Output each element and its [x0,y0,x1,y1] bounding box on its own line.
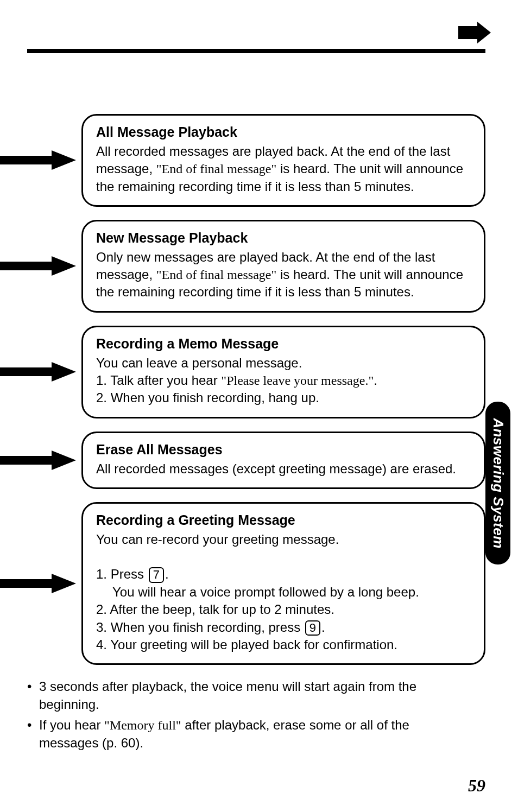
svg-marker-3 [0,362,76,382]
svg-marker-1 [0,150,76,170]
box-body: All recorded messages (except greeting m… [96,460,471,478]
page-number: 59 [468,776,485,796]
info-box-new-message-playback: New Message Playback Only new messages a… [81,220,485,313]
next-page-arrow-icon [458,22,491,46]
box-body: You can re-record your greeting message.… [96,531,471,654]
section-tab: Answering System [485,402,510,564]
notes-list: • 3 seconds after playback, the voice me… [27,678,442,752]
list-item: • If you hear "Memory full" after playba… [27,716,442,752]
info-box-recording-memo: Recording a Memo Message You can leave a… [81,326,485,418]
manual-page: Answering System All Message Playback Al… [0,0,518,812]
box-body: Only new messages are played back. At th… [96,249,471,301]
pointer-arrow-icon [0,449,81,471]
box-row: Recording a Memo Message You can leave a… [0,326,485,418]
content-area: All Message Playback All recorded messag… [0,114,485,755]
pointer-arrow-icon [0,573,81,594]
list-item: • 3 seconds after playback, the voice me… [27,678,442,713]
box-row: Recording a Greeting Message You can re-… [0,502,485,665]
svg-marker-4 [0,451,76,470]
pointer-arrow-icon [0,149,81,171]
box-title: Recording a Memo Message [96,335,471,353]
bullet-icon: • [27,678,39,713]
svg-marker-5 [0,574,76,593]
box-title: New Message Playback [96,229,471,248]
box-body: All recorded messages are played back. A… [96,143,471,195]
box-title: All Message Playback [96,123,471,142]
header-rule [27,49,485,53]
list-item-text: If you hear "Memory full" after playback… [39,716,442,752]
info-box-all-message-playback: All Message Playback All recorded messag… [81,114,485,207]
box-title: Erase All Messages [96,441,471,459]
section-tab-label: Answering System [490,418,507,549]
box-row: All Message Playback All recorded messag… [0,114,485,207]
box-body: You can leave a personal message.1. Talk… [96,354,471,407]
info-box-erase-all: Erase All Messages All recorded messages… [81,432,485,489]
box-row: New Message Playback Only new messages a… [0,220,485,313]
box-title: Recording a Greeting Message [96,511,471,530]
svg-marker-2 [0,256,76,276]
pointer-arrow-icon [0,361,81,383]
bullet-icon: • [27,716,39,752]
info-box-recording-greeting: Recording a Greeting Message You can re-… [81,502,485,665]
box-row: Erase All Messages All recorded messages… [0,432,485,489]
pointer-arrow-icon [0,255,81,277]
svg-marker-0 [458,22,491,43]
list-item-text: 3 seconds after playback, the voice menu… [39,678,442,713]
